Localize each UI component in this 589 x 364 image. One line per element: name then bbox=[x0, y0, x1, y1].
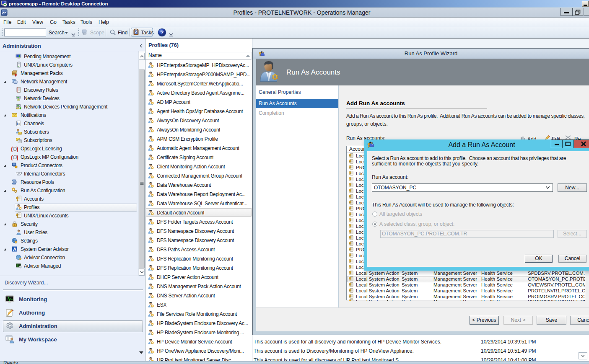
svg-text:): ) bbox=[16, 145, 18, 152]
svg-text:A: A bbox=[13, 247, 16, 252]
svg-text:): ) bbox=[16, 154, 18, 160]
svg-text:?: ? bbox=[161, 29, 164, 36]
